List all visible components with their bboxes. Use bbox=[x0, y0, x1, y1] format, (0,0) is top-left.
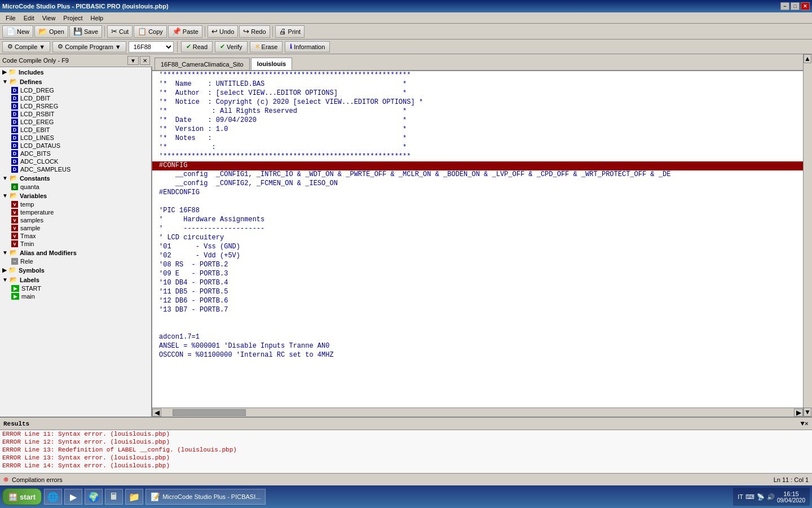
tree-item-temp[interactable]: vtemp bbox=[0, 200, 151, 208]
tree-item-lcd_lines[interactable]: DLCD_LINES bbox=[0, 134, 151, 142]
taskbar-browser-button[interactable]: 🌍 bbox=[85, 489, 103, 505]
code-line-6[interactable]: '* Version : 1.0 * bbox=[152, 125, 803, 134]
tab-file1[interactable]: 16F88_CameraClimatica_Sito bbox=[155, 58, 250, 70]
results-close-button[interactable]: ▼✕ bbox=[801, 419, 809, 428]
tree-includes-header[interactable]: ▶ 📁 Includes bbox=[0, 67, 151, 77]
tree-item-lcd_rsbit[interactable]: DLCD_RSBIT bbox=[0, 110, 151, 118]
code-line-25[interactable]: '12 DB6 - PORTB.6 bbox=[152, 297, 803, 306]
code-editor[interactable]: '***************************************… bbox=[152, 71, 803, 408]
taskbar-app-button[interactable]: 📝 MicroCode Studio Plus - PICBASI... bbox=[145, 489, 266, 505]
code-line-4[interactable]: '* : All Rights Reserved * bbox=[152, 107, 803, 116]
code-line-17[interactable]: ' -------------------- bbox=[152, 225, 803, 234]
scroll-left-button[interactable]: ◀ bbox=[152, 409, 161, 417]
tree-item-main[interactable]: ▶ main bbox=[0, 292, 151, 300]
code-line-15[interactable]: 'PIC 16F88 bbox=[152, 207, 803, 216]
erase-button[interactable]: ✕ Erase bbox=[250, 41, 283, 52]
menu-file[interactable]: File bbox=[2, 14, 19, 23]
code-line-7[interactable]: '* Notes : * bbox=[152, 134, 803, 143]
taskbar-calc-button[interactable]: 🖩 bbox=[105, 489, 123, 505]
tree-item-lcd_ebit[interactable]: DLCD_EBIT bbox=[0, 126, 151, 134]
code-line-23[interactable]: '10 DB4 - PORTB.4 bbox=[152, 279, 803, 288]
code-line-9[interactable]: '***************************************… bbox=[152, 152, 803, 161]
menu-project[interactable]: Project bbox=[60, 14, 86, 23]
tree-item-start[interactable]: ▶ START bbox=[0, 284, 151, 292]
undo-button[interactable]: ↩ Undo bbox=[208, 25, 238, 38]
start-button[interactable]: 🪟 start bbox=[2, 488, 42, 505]
scroll-up-button[interactable]: ▲ bbox=[804, 54, 811, 63]
tab-file2[interactable]: louislouis bbox=[251, 58, 292, 70]
code-line-10[interactable]: #CONFIG bbox=[152, 161, 803, 170]
verify-button[interactable]: ✔ Verify bbox=[215, 41, 248, 52]
tree-item-temperature[interactable]: vtemperature bbox=[0, 208, 151, 216]
panel-close-button[interactable]: ✕ bbox=[140, 56, 150, 65]
compile-program-button[interactable]: ⚙ Compile Program ▼ bbox=[52, 41, 126, 52]
tree-constants-header[interactable]: ▼ 📂 Constants bbox=[0, 173, 151, 183]
scroll-right-button[interactable]: ▶ bbox=[794, 409, 803, 417]
code-line-21[interactable]: '08 RS - PORTB.2 bbox=[152, 261, 803, 270]
code-line-22[interactable]: '09 E - PORTB.3 bbox=[152, 270, 803, 279]
save-button[interactable]: 💾 Save bbox=[69, 25, 102, 38]
tree-item-lcd_rsreg[interactable]: DLCD_RSREG bbox=[0, 102, 151, 110]
tree-item-quanta[interactable]: c quanta bbox=[0, 183, 151, 191]
tree-item-adc_bits[interactable]: DADC_BITS bbox=[0, 150, 151, 157]
code-line-29[interactable]: adcon1.7=1 bbox=[152, 333, 803, 342]
code-line-8[interactable]: '* : * bbox=[152, 143, 803, 152]
compile-button[interactable]: ⚙ Compile ▼ bbox=[2, 41, 50, 52]
code-line-3[interactable]: '* Notice : Copyright (c) 2020 [select V… bbox=[152, 98, 803, 107]
cut-button[interactable]: ✂ Cut bbox=[107, 25, 133, 38]
taskbar-ie-button[interactable]: 🌐 bbox=[44, 489, 62, 505]
chip-select[interactable]: 16F88 16F877 18F4520 bbox=[129, 41, 174, 52]
code-line-24[interactable]: '11 DB5 - PORTB.5 bbox=[152, 288, 803, 297]
vertical-scrollbar[interactable]: ▲ ▼ bbox=[803, 54, 812, 417]
code-line-0[interactable]: '***************************************… bbox=[152, 71, 803, 80]
tree-item-adc_sampleus[interactable]: DADC_SAMPLEUS bbox=[0, 165, 151, 173]
tree-item-lcd_dbit[interactable]: DLCD_DBIT bbox=[0, 94, 151, 102]
maximize-button[interactable]: □ bbox=[791, 2, 800, 10]
tree-variables-header[interactable]: ▼ 📂 Variables bbox=[0, 191, 151, 200]
tree-labels-header[interactable]: ▼ 📂 Labels bbox=[0, 275, 151, 284]
code-line-12[interactable]: __config _CONFIG2, _FCMEN_ON & _IESO_ON bbox=[152, 179, 803, 189]
tree-item-lcd_ereg[interactable]: DLCD_EREG bbox=[0, 118, 151, 126]
code-line-11[interactable]: __config _CONFIG1, _INTRC_IO & _WDT_ON &… bbox=[152, 170, 803, 179]
tree-item-samples[interactable]: vsamples bbox=[0, 216, 151, 224]
code-line-19[interactable]: '01 - Vss (GND) bbox=[152, 243, 803, 252]
tree-item-lcd_dreg[interactable]: DLCD_DREG bbox=[0, 86, 151, 94]
new-button[interactable]: 📄 New bbox=[2, 25, 33, 38]
tree-alias-header[interactable]: ▼ 📂 Alias and Modifiers bbox=[0, 248, 151, 257]
taskbar-media-button[interactable]: ▶ bbox=[64, 489, 82, 505]
paste-button[interactable]: 📌 Paste bbox=[168, 25, 202, 38]
horizontal-scrollbar[interactable]: ◀ ▶ bbox=[152, 408, 803, 417]
taskbar-file-button[interactable]: 📁 bbox=[125, 489, 143, 505]
information-button[interactable]: ℹ Information bbox=[285, 41, 330, 52]
open-button[interactable]: 📂 Open bbox=[34, 25, 68, 38]
scroll-down-button[interactable]: ▼ bbox=[804, 408, 811, 417]
code-line-14[interactable] bbox=[152, 198, 803, 207]
redo-button[interactable]: ↪ Redo bbox=[239, 25, 270, 38]
panel-dropdown-button[interactable]: ▼ bbox=[127, 56, 139, 65]
tree-item-lcd_dataus[interactable]: DLCD_DATAUS bbox=[0, 142, 151, 150]
code-line-18[interactable]: ' LCD circuitery bbox=[152, 234, 803, 243]
tree-defines-header[interactable]: ▼ 📂 Defines bbox=[0, 77, 151, 86]
horizontal-scroll-thumb[interactable] bbox=[173, 409, 246, 416]
code-line-16[interactable]: ' Hardware Assignments bbox=[152, 216, 803, 225]
print-button[interactable]: 🖨 Print bbox=[275, 25, 305, 38]
close-button[interactable]: ✕ bbox=[801, 2, 810, 10]
code-line-28[interactable] bbox=[152, 324, 803, 333]
code-line-13[interactable]: #ENDCONFIG bbox=[152, 189, 803, 198]
tree-symbols-header[interactable]: ▶ 📁 Symbols bbox=[0, 265, 151, 275]
tree-item-sample[interactable]: vsample bbox=[0, 224, 151, 232]
menu-edit[interactable]: Edit bbox=[20, 14, 38, 23]
tree-item-rele[interactable]: ~ Rele bbox=[0, 257, 151, 265]
code-line-5[interactable]: '* Date : 09/04/2020 * bbox=[152, 116, 803, 125]
code-line-1[interactable]: '* Name : UNTITLED.BAS * bbox=[152, 80, 803, 89]
minimize-button[interactable]: − bbox=[780, 2, 789, 10]
tree-item-tmax[interactable]: vTmax bbox=[0, 232, 151, 240]
tree-item-tmin[interactable]: vTmin bbox=[0, 240, 151, 248]
code-line-2[interactable]: '* Author : [select VIEW...EDITOR OPTION… bbox=[152, 89, 803, 98]
copy-button[interactable]: 📋 Copy bbox=[134, 25, 167, 38]
code-line-26[interactable]: '13 DB7 - PORTB.7 bbox=[152, 306, 803, 315]
menu-help[interactable]: Help bbox=[87, 14, 107, 23]
read-button[interactable]: ✔ Read bbox=[181, 41, 213, 52]
code-line-31[interactable]: OSCCON = %01100000 'Internal RC set to 4… bbox=[152, 351, 803, 360]
code-line-27[interactable] bbox=[152, 315, 803, 324]
